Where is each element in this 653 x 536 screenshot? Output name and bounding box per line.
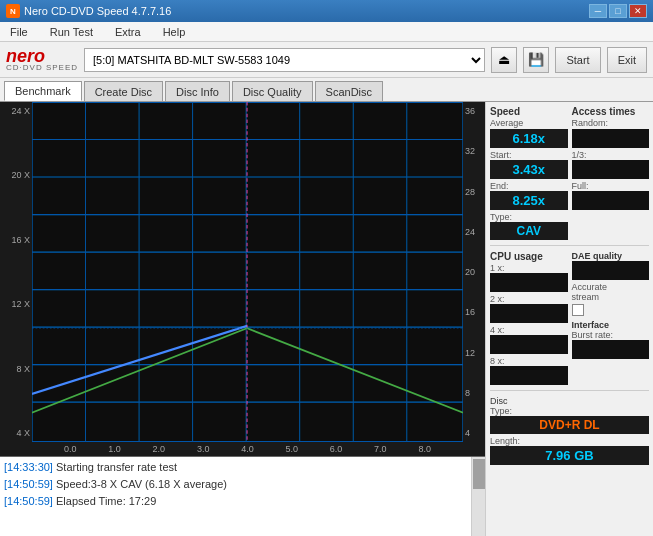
menu-help[interactable]: Help bbox=[157, 24, 192, 40]
average-label: Average bbox=[490, 118, 568, 128]
cpu-8x-label: 8 x: bbox=[490, 356, 568, 366]
access-header: Access times bbox=[572, 106, 650, 117]
accurate-stream-row bbox=[572, 304, 650, 316]
disc-label: Disc bbox=[490, 396, 649, 406]
cpu-header: CPU usage bbox=[490, 251, 568, 262]
minimize-button[interactable]: ─ bbox=[589, 4, 607, 18]
speed-section: Speed Average 6.18x Start: 3.43x End: 8.… bbox=[490, 106, 568, 240]
tab-disc-quality[interactable]: Disc Quality bbox=[232, 81, 313, 101]
length-label: Length: bbox=[490, 436, 649, 446]
x-axis: 0.0 1.0 2.0 3.0 4.0 5.0 6.0 7.0 8.0 bbox=[32, 442, 463, 456]
maximize-button[interactable]: □ bbox=[609, 4, 627, 18]
disc-type-value: DVD+R DL bbox=[490, 416, 649, 434]
interface-header: Interface bbox=[572, 320, 650, 330]
start-value: 3.43x bbox=[490, 160, 568, 179]
length-value: 7.96 GB bbox=[490, 446, 649, 465]
log-entry-1: [14:50:59] Speed:3-8 X CAV (6.18 X avera… bbox=[4, 476, 467, 493]
type-label: Type: bbox=[490, 212, 568, 222]
menubar: File Run Test Extra Help bbox=[0, 22, 653, 42]
disc-type-label: Type: bbox=[490, 406, 649, 416]
cpu-row: CPU usage 1 x: 2 x: 4 x: 8 x: DAE qualit… bbox=[490, 251, 649, 385]
onethird-value bbox=[572, 160, 650, 179]
log-scrollbar-thumb[interactable] bbox=[473, 459, 485, 489]
cpu-2x-label: 2 x: bbox=[490, 294, 568, 304]
chart-area: 24 X 20 X 16 X 12 X 8 X 4 X 36 32 28 24 … bbox=[0, 102, 485, 456]
accurate-label: Accurate bbox=[572, 282, 650, 292]
log-scrollbar[interactable] bbox=[471, 457, 485, 536]
save-button[interactable]: 💾 bbox=[523, 47, 549, 73]
speed-header: Speed bbox=[490, 106, 568, 117]
start-label: Start: bbox=[490, 150, 568, 160]
dae-header: DAE quality bbox=[572, 251, 650, 261]
divider-2 bbox=[490, 390, 649, 391]
cpu-8x-value bbox=[490, 366, 568, 385]
logo: nero CD·DVD SPEED bbox=[6, 47, 78, 72]
stream-label: stream bbox=[572, 292, 650, 302]
eject-button[interactable]: ⏏ bbox=[491, 47, 517, 73]
start-button[interactable]: Start bbox=[555, 47, 600, 73]
disc-type-col: Disc Type: DVD+R DL Length: 7.96 GB bbox=[490, 396, 649, 465]
log-entry-2: [14:50:59] Elapsed Time: 17:29 bbox=[4, 493, 467, 510]
cpu-4x-value bbox=[490, 335, 568, 354]
access-section: Access times Random: 1/3: Full: bbox=[572, 106, 650, 240]
y-axis-right: 36 32 28 24 20 16 12 8 4 bbox=[463, 102, 485, 442]
app-icon: N bbox=[6, 4, 20, 18]
tab-disc-info[interactable]: Disc Info bbox=[165, 81, 230, 101]
right-sub-section: DAE quality Accurate stream Interface Bu… bbox=[572, 251, 650, 385]
full-label: Full: bbox=[572, 181, 650, 191]
speed-access-row: Speed Average 6.18x Start: 3.43x End: 8.… bbox=[490, 106, 649, 240]
disc-section: Disc Type: DVD+R DL Length: 7.96 GB bbox=[490, 396, 649, 465]
log-entry-0: [14:33:30] Starting transfer rate test bbox=[4, 459, 467, 476]
burst-value bbox=[572, 340, 650, 359]
drive-selector[interactable]: [5:0] MATSHITA BD-MLT SW-5583 1049 bbox=[84, 48, 485, 72]
random-value bbox=[572, 129, 650, 148]
right-panel: Speed Average 6.18x Start: 3.43x End: 8.… bbox=[485, 102, 653, 536]
titlebar: N Nero CD-DVD Speed 4.7.7.16 ─ □ ✕ bbox=[0, 0, 653, 22]
accurate-stream-checkbox[interactable] bbox=[572, 304, 584, 316]
menu-file[interactable]: File bbox=[4, 24, 34, 40]
tab-create-disc[interactable]: Create Disc bbox=[84, 81, 163, 101]
y-axis-left: 24 X 20 X 16 X 12 X 8 X 4 X bbox=[0, 102, 32, 442]
titlebar-title: Nero CD-DVD Speed 4.7.7.16 bbox=[24, 5, 171, 17]
titlebar-controls: ─ □ ✕ bbox=[589, 4, 647, 18]
close-button[interactable]: ✕ bbox=[629, 4, 647, 18]
left-panel: 24 X 20 X 16 X 12 X 8 X 4 X 36 32 28 24 … bbox=[0, 102, 485, 536]
cpu-1x-label: 1 x: bbox=[490, 263, 568, 273]
random-label: Random: bbox=[572, 118, 650, 128]
tab-benchmark[interactable]: Benchmark bbox=[4, 81, 82, 101]
type-value: CAV bbox=[490, 222, 568, 240]
disc-row: Disc Type: DVD+R DL Length: 7.96 GB bbox=[490, 396, 649, 465]
menu-runtest[interactable]: Run Test bbox=[44, 24, 99, 40]
log-area: [14:33:30] Starting transfer rate test [… bbox=[0, 456, 485, 536]
titlebar-left: N Nero CD-DVD Speed 4.7.7.16 bbox=[6, 4, 171, 18]
exit-button[interactable]: Exit bbox=[607, 47, 647, 73]
main-content: 24 X 20 X 16 X 12 X 8 X 4 X 36 32 28 24 … bbox=[0, 102, 653, 536]
cpu-1x-value bbox=[490, 273, 568, 292]
average-value: 6.18x bbox=[490, 129, 568, 148]
burst-label: Burst rate: bbox=[572, 330, 650, 340]
end-label: End: bbox=[490, 181, 568, 191]
onethird-label: 1/3: bbox=[572, 150, 650, 160]
cpu-2x-value bbox=[490, 304, 568, 323]
nero-sub: CD·DVD SPEED bbox=[6, 63, 78, 72]
tab-scandisc[interactable]: ScanDisc bbox=[315, 81, 383, 101]
chart-svg bbox=[32, 102, 463, 442]
tabs-bar: Benchmark Create Disc Disc Info Disc Qua… bbox=[0, 78, 653, 102]
end-value: 8.25x bbox=[490, 191, 568, 210]
log-entries: [14:33:30] Starting transfer rate test [… bbox=[4, 459, 481, 510]
full-value bbox=[572, 191, 650, 210]
cpu-4x-label: 4 x: bbox=[490, 325, 568, 335]
dae-value bbox=[572, 261, 650, 280]
cpu-section: CPU usage 1 x: 2 x: 4 x: 8 x: bbox=[490, 251, 568, 385]
toolbar: nero CD·DVD SPEED [5:0] MATSHITA BD-MLT … bbox=[0, 42, 653, 78]
menu-extra[interactable]: Extra bbox=[109, 24, 147, 40]
divider-1 bbox=[490, 245, 649, 246]
